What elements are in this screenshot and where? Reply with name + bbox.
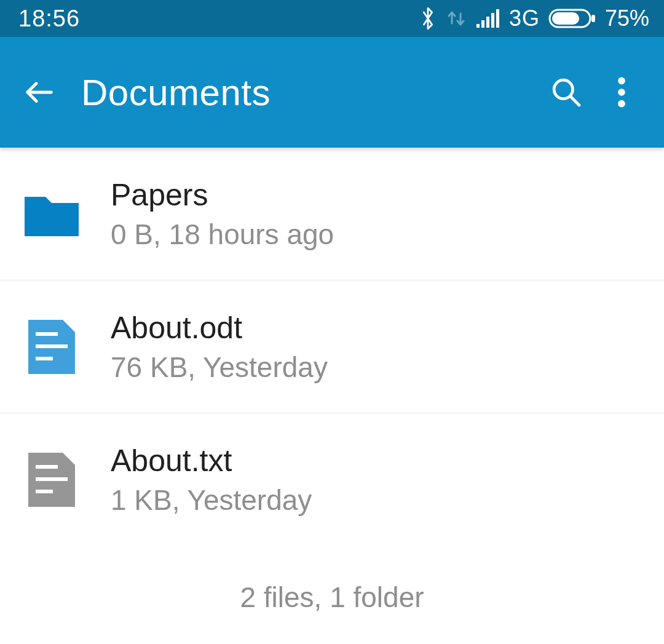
search-button[interactable] [539,65,594,120]
svg-rect-13 [36,344,68,348]
app-bar: Documents [0,37,664,148]
item-meta: 76 KB, Yesterday [111,351,328,384]
svg-rect-12 [36,332,58,336]
overflow-menu-button[interactable] [594,65,649,120]
svg-rect-14 [36,357,53,360]
item-text: About.odt 76 KB, Yesterday [111,310,328,384]
status-indicators: 3G 75% [419,6,649,31]
item-meta: 0 B, 18 hours ago [111,218,334,251]
svg-rect-15 [36,465,58,469]
status-time: 18:56 [18,6,80,32]
item-name: About.txt [111,443,312,479]
list-item[interactable]: About.txt 1 KB, Yesterday [0,413,664,546]
back-button[interactable] [15,68,64,117]
svg-rect-2 [486,17,489,28]
item-meta: 1 KB, Yesterday [111,483,312,517]
svg-rect-4 [496,9,499,28]
svg-point-10 [618,89,625,96]
battery-icon [548,7,596,30]
list-item[interactable]: About.odt 76 KB, Yesterday [0,280,664,413]
svg-rect-1 [481,20,484,28]
svg-point-11 [618,100,625,108]
svg-rect-3 [491,13,494,28]
document-icon [25,453,79,507]
svg-rect-16 [36,477,68,481]
item-name: About.odt [111,310,328,346]
folder-icon [25,187,79,241]
svg-rect-6 [552,12,579,25]
document-icon [25,320,79,374]
svg-rect-7 [591,15,595,22]
more-vertical-icon [617,75,626,109]
item-text: Papers 0 B, 18 hours ago [111,177,334,251]
battery-percent-label: 75% [605,6,649,31]
item-name: Papers [111,177,334,213]
svg-rect-0 [476,24,480,28]
list-item[interactable]: Papers 0 B, 18 hours ago [0,148,664,280]
signal-icon [476,8,500,29]
list-summary: 2 files, 1 folder [0,546,664,626]
file-list: Papers 0 B, 18 hours ago About.odt 76 KB… [0,148,664,546]
bluetooth-icon [419,6,437,31]
page-title: Documents [81,71,539,114]
status-bar: 18:56 3G [0,0,664,37]
data-transfer-icon [445,7,467,30]
arrow-left-icon [22,74,57,110]
svg-point-9 [618,78,625,85]
search-icon [549,75,583,109]
svg-rect-17 [36,490,53,493]
item-text: About.txt 1 KB, Yesterday [111,443,312,517]
network-type-label: 3G [509,6,540,31]
